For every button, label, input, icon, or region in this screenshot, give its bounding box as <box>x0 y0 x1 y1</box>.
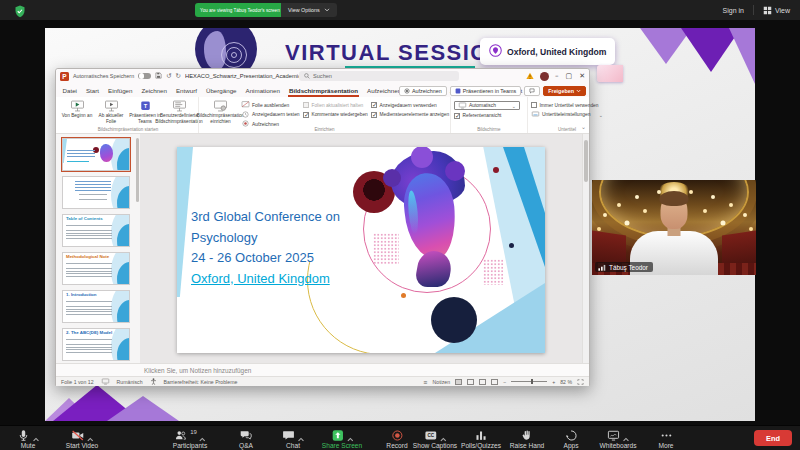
account-avatar[interactable] <box>540 72 549 81</box>
ribbon-tab-animationen[interactable]: Animationen <box>241 85 284 97</box>
meeting-stage: VIRTUAL SESSION Oxford, United Kingdom P… <box>0 20 800 425</box>
view-button[interactable]: View <box>763 6 790 15</box>
top-right-controls: Sign in View <box>723 0 790 20</box>
vertical-scrollbar[interactable] <box>582 134 589 363</box>
search-icon <box>304 73 310 79</box>
ribbon-tab-entwurf[interactable]: Entwurf <box>171 85 201 97</box>
checkbox-play-narrations[interactable]: Kommentare wiedergeben <box>303 111 369 119</box>
toolbar-show-captions-button[interactable]: CCShow Captions <box>413 428 457 450</box>
present-in-teams-button[interactable]: Präsentieren in Teams <box>450 86 522 96</box>
toolbar-whiteboards-button[interactable]: Whiteboards <box>599 428 636 450</box>
maximize-button[interactable]: ▢ <box>566 72 573 80</box>
zoom-level[interactable]: 82 % <box>560 379 572 385</box>
sign-in-link[interactable]: Sign in <box>723 7 744 14</box>
share-file-button[interactable]: Freigeben <box>543 86 586 96</box>
save-icon[interactable] <box>155 72 162 80</box>
ribbon-tab-datei[interactable]: Datei <box>58 85 81 97</box>
toolbar-share-screen-button[interactable]: Share Screen <box>322 428 362 450</box>
ribbon-group-monitors: Automatisch ⌄ Referentenansicht Bildschi… <box>450 97 527 133</box>
thumbnail-title: Methodological Note <box>66 255 115 260</box>
slide-thumbnail-6[interactable]: 2. The ABC(DE) Model <box>62 328 130 361</box>
toolbar-apps-button[interactable]: Apps <box>563 428 578 450</box>
minimize-button[interactable]: – <box>555 72 559 80</box>
reading-view-button[interactable] <box>479 379 486 385</box>
slide-decor-dot <box>509 243 514 248</box>
toolbar-record-button[interactable]: Record <box>386 428 407 450</box>
slide-thumbnail-2[interactable] <box>62 176 130 209</box>
checkbox-keep-slides-updated[interactable]: Folien aktualisiert halten <box>303 101 369 109</box>
setup-slideshow-button[interactable]: Bildschirmpräsentation einrichten <box>202 99 239 124</box>
encryption-shield-icon <box>14 4 26 17</box>
slide-thumbnail-1[interactable] <box>62 138 130 171</box>
teams-icon <box>455 88 461 94</box>
ribbon-tab-bildschirmpr-sentation[interactable]: Bildschirmpräsentation <box>284 85 362 97</box>
hide-slide-button[interactable]: Folie ausblenden <box>241 101 301 109</box>
toolbar-polls-quizzes-button[interactable]: Polls/Quizzes <box>461 428 501 450</box>
slide-date: 24 - 26 October 2025 <box>191 248 340 269</box>
viewing-banner: You are viewing Tábuş Teodor's screen <box>195 3 281 17</box>
slide-decor-dot <box>401 293 406 298</box>
slide-thumbnail-4[interactable]: Methodological Note <box>62 252 130 285</box>
ribbon-tab-einf-gen[interactable]: Einfügen <box>104 85 137 97</box>
ribbon-group-setup: Bildschirmpräsentation einrichten Folie … <box>198 97 450 133</box>
slide-sorter-view-button[interactable] <box>467 379 474 385</box>
redo-icon[interactable]: ↻ <box>176 72 181 80</box>
hide-slide-icon <box>241 101 250 109</box>
rehearse-timings-button[interactable]: Anzeigedauern testen <box>241 111 301 119</box>
language-indicator[interactable]: Rumänisch <box>117 379 143 385</box>
participant-video-tile[interactable]: Tábuş Teodor <box>592 180 756 275</box>
monitor-dropdown[interactable]: Automatisch ⌄ <box>454 101 520 110</box>
toolbar-q-a-button[interactable]: Q&A <box>239 428 253 450</box>
from-current-slide-button[interactable]: Ab aktueller Folie <box>95 99 127 124</box>
search-input[interactable]: Suchen <box>299 71 459 81</box>
view-options-button[interactable]: View Options <box>281 3 337 17</box>
participants-count: 19 <box>190 428 197 436</box>
checkbox-show-media-controls[interactable]: Mediensteuerelemente anzeigen <box>371 111 447 119</box>
zoom-slider[interactable] <box>511 381 547 382</box>
collapse-ribbon-button[interactable]: ⌄ <box>581 123 586 130</box>
checkbox-use-timings[interactable]: Anzeigedauern verwenden <box>371 101 447 109</box>
fit-to-window-icon[interactable] <box>577 379 584 385</box>
slide-title-block: 3rd Global Conference on Psychology 24 -… <box>191 207 340 289</box>
zoom-out-button[interactable]: − <box>503 379 506 385</box>
autosave-toggle[interactable] <box>138 73 151 80</box>
divider <box>753 5 754 15</box>
close-button[interactable]: ✕ <box>579 72 585 80</box>
custom-slideshow-button[interactable]: Benutzerdefinierte Bildschirmpräsentatio… <box>163 99 195 124</box>
toolbar-more-button[interactable]: More <box>658 428 673 450</box>
slide-thumbnail-5[interactable]: 1. Introduction <box>62 290 130 323</box>
display-settings-icon[interactable] <box>101 378 110 385</box>
slide-location-link[interactable]: Oxford, United Kingdom <box>191 269 340 290</box>
toolbar-start-video-button[interactable]: Start Video <box>66 428 99 450</box>
ribbon-tab-start[interactable]: Start <box>81 85 103 97</box>
comments-button[interactable] <box>524 86 540 96</box>
toolbar-participants-button[interactable]: 19Participants <box>173 428 207 450</box>
slide-canvas[interactable]: 3rd Global Conference on Psychology 24 -… <box>177 147 545 353</box>
undo-icon[interactable]: ↺ <box>166 72 171 80</box>
record-button[interactable]: Aufzeichnen <box>399 86 447 96</box>
search-placeholder: Suchen <box>313 73 332 79</box>
normal-view-button[interactable] <box>455 379 462 385</box>
decor-triangle <box>729 28 755 84</box>
checkbox-always-use-subtitles[interactable]: Immer Untertitel verwenden <box>531 101 603 109</box>
ribbon-tab-berg-nge[interactable]: Übergänge <box>201 85 241 97</box>
end-meeting-button[interactable]: End <box>754 430 792 446</box>
subtitle-settings-button[interactable]: Untertiteleinstellungen ⌄ <box>531 111 603 119</box>
thumbnails-scrollbar[interactable] <box>136 138 139 202</box>
chevron-down-icon <box>576 89 581 93</box>
ribbon-group-start: Von Beginn an Ab aktueller Folie T Präse… <box>58 97 198 133</box>
participant-hair <box>660 191 689 206</box>
from-beginning-button[interactable]: Von Beginn an <box>61 99 93 119</box>
ribbon-tab-zeichnen[interactable]: Zeichnen <box>137 85 171 97</box>
toolbar-raise-hand-button[interactable]: Raise Hand <box>510 428 544 450</box>
checkbox-presenter-view[interactable]: Referentenansicht <box>454 112 524 120</box>
accessibility-status[interactable]: Barrierefreiheit: Keine Probleme <box>164 379 238 385</box>
warning-icon[interactable] <box>526 72 534 81</box>
toolbar-mute-button[interactable]: Mute <box>17 428 40 450</box>
slide-thumbnail-3[interactable]: Table of Contents <box>62 214 130 247</box>
toolbar-chat-button[interactable]: Chat <box>282 428 305 450</box>
notes-pane[interactable]: Klicken Sie, um Notizen hinzuzufügen <box>56 363 589 376</box>
notes-toggle[interactable]: Notizen <box>433 379 451 385</box>
zoom-in-button[interactable]: + <box>552 379 555 385</box>
slideshow-view-button[interactable] <box>491 379 498 385</box>
